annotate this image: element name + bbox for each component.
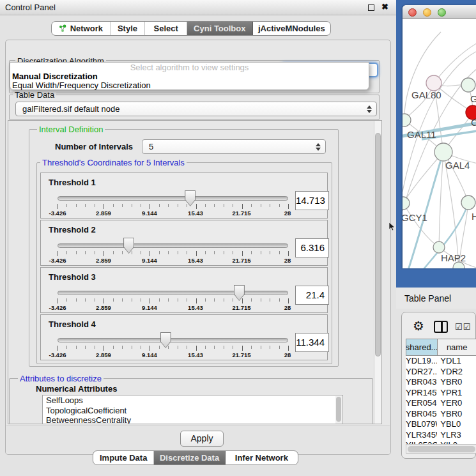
node-gal80[interactable] bbox=[426, 75, 441, 91]
threshold-1-value-field[interactable]: 14.713 bbox=[295, 191, 329, 210]
tab-select[interactable]: Select bbox=[145, 22, 187, 35]
close-traffic-light-icon[interactable] bbox=[408, 8, 417, 17]
numerical-attributes-label: Numerical Attributes bbox=[36, 384, 117, 394]
threshold-1-slider-track[interactable] bbox=[58, 196, 288, 201]
list-item[interactable]: BetweennessCentrality bbox=[43, 415, 342, 424]
node-partial-g[interactable] bbox=[461, 78, 475, 92]
threshold-2-slider-track[interactable] bbox=[58, 243, 288, 248]
table-row[interactable]: YER054CYER0 bbox=[406, 398, 476, 409]
threshold-4-panel: Threshold 4 -3.426 2.859 9.144 15.43 21.… bbox=[40, 314, 328, 360]
table-row[interactable]: YLR345WYLR3 bbox=[406, 430, 476, 441]
list-item[interactable]: TopologicalCoefficient bbox=[43, 406, 342, 416]
gear-icon[interactable]: ⚙ bbox=[413, 319, 424, 332]
algorithm-prompt-option[interactable]: Select algorithm to view settings bbox=[10, 63, 369, 72]
node-label-gal4: GAL4 bbox=[445, 160, 470, 171]
tab-impute-data[interactable]: Impute Data bbox=[93, 451, 154, 464]
node-label-gal11: GAL11 bbox=[407, 129, 436, 140]
tab-network-label: Network bbox=[70, 24, 103, 33]
node-table: shared... name YDL19...YDL1 YDR27...YDR2… bbox=[406, 339, 476, 448]
float-window-icon[interactable] bbox=[368, 4, 374, 11]
list-scrollbar[interactable] bbox=[335, 396, 342, 424]
top-tab-bar: Network Style Select Cyni Toolbox jActiv… bbox=[51, 21, 331, 36]
close-icon[interactable]: ✖ bbox=[381, 2, 388, 12]
network-icon bbox=[59, 24, 67, 33]
threshold-4-value-field[interactable]: 11.344 bbox=[295, 333, 329, 352]
network-canvas[interactable]: GAL80 G C GAL11 GAL4 GCY1 H HAP2 bbox=[403, 19, 476, 268]
tab-cyni-toolbox[interactable]: Cyni Toolbox bbox=[187, 22, 253, 35]
apply-row: Apply bbox=[6, 426, 390, 454]
table-row[interactable]: YBR043CYBR0 bbox=[406, 377, 476, 388]
network-window-titlebar bbox=[403, 5, 476, 19]
table-panel-window: ⚙ ☑☑ shared... name YDL19...YDL1 YDR27..… bbox=[401, 312, 476, 459]
interval-definition-group-title: Interval Definition bbox=[37, 125, 105, 134]
table-row[interactable]: YBR045CYBR0 bbox=[406, 409, 476, 420]
table-panel-title: Table Panel bbox=[404, 293, 451, 303]
node-label-gal80: GAL80 bbox=[411, 89, 441, 100]
table-data-selected: galFiltered.sif default node bbox=[22, 104, 119, 114]
node-label-gcy1: GCY1 bbox=[403, 212, 427, 223]
zoom-traffic-light-icon[interactable] bbox=[438, 8, 446, 17]
node-label-hap2: HAP2 bbox=[441, 252, 466, 263]
node-hap2[interactable] bbox=[433, 242, 445, 253]
tab-network[interactable]: Network bbox=[52, 22, 111, 35]
column-header-shared[interactable]: shared... bbox=[406, 339, 438, 356]
tab-jactivemnodules[interactable]: jActiveMNodules bbox=[253, 22, 330, 35]
node-gal4[interactable] bbox=[434, 143, 452, 161]
table-header-row: shared... name bbox=[406, 339, 476, 356]
node-label-partial-g: G bbox=[470, 93, 476, 104]
network-view-window: GAL80 G C GAL11 GAL4 GCY1 H HAP2 bbox=[403, 5, 476, 268]
node-label-partial-h: H bbox=[472, 211, 476, 222]
table-data-group-title: Table Data bbox=[13, 90, 56, 100]
table-row[interactable]: YDL19...YDL1 bbox=[406, 356, 476, 367]
vertical-scrollbar-thumb[interactable] bbox=[375, 133, 381, 357]
table-panel-titlebar: Table Panel bbox=[396, 288, 476, 309]
apply-button[interactable]: Apply bbox=[180, 431, 224, 447]
threshold-3-slider-track[interactable] bbox=[58, 291, 288, 295]
combo-arrows-icon bbox=[316, 143, 321, 151]
table-row[interactable]: YPR145WYPR1 bbox=[406, 388, 476, 399]
screen: Control Panel ✖ Network Style bbox=[0, 0, 476, 476]
table-data-combobox[interactable]: galFiltered.sif default node bbox=[15, 102, 377, 116]
threshold-3-value-field[interactable]: 21.4 bbox=[295, 286, 329, 305]
node-gcy1[interactable] bbox=[403, 197, 410, 210]
table-row[interactable]: YBL079WYBL0 bbox=[406, 419, 476, 430]
number-of-intervals-value: 5 bbox=[149, 142, 153, 151]
tab-infer-network[interactable]: Infer Network bbox=[226, 451, 298, 464]
algorithm-dropdown-popup: Select algorithm to view settings Manual… bbox=[10, 62, 369, 90]
tab-style[interactable]: Style bbox=[111, 22, 146, 35]
threshold-4-slider-track[interactable] bbox=[58, 338, 288, 342]
attributes-group-title: Attributes to discretize bbox=[18, 374, 104, 383]
number-of-intervals-label: Number of Intervals bbox=[55, 142, 133, 151]
control-panel: Control Panel ✖ Network Style bbox=[0, 0, 396, 476]
threshold-1-panel: Threshold 1 -3.426 2.859 9.144 15.43 21.… bbox=[40, 173, 328, 219]
list-item[interactable]: SelfLoops bbox=[43, 395, 342, 406]
tab-discretize-data[interactable]: Discretize Data bbox=[154, 451, 225, 464]
table-row[interactable]: YDR27...YDR2 bbox=[406, 367, 476, 378]
column-selector-icon[interactable] bbox=[434, 321, 448, 333]
thresholds-group-title: Threshold's Coordinates for 5 Intervals bbox=[40, 158, 187, 167]
node-partial-h[interactable] bbox=[461, 196, 475, 210]
minimize-traffic-light-icon[interactable] bbox=[423, 8, 431, 17]
bottom-tab-bar: Impute Data Discretize Data Infer Networ… bbox=[93, 450, 298, 465]
checkboxes-icon[interactable]: ☑☑ bbox=[455, 322, 471, 332]
control-panel-titlebar: Control Panel ✖ bbox=[0, 0, 396, 15]
algorithm-option-equal-width[interactable]: Equal Width/Frequency Discretization bbox=[10, 81, 369, 90]
column-header-name[interactable]: name bbox=[438, 339, 476, 356]
numerical-attributes-list: SelfLoops TopologicalCoefficient Between… bbox=[42, 395, 343, 424]
algorithm-option-manual[interactable]: Manual Discretization bbox=[10, 72, 369, 81]
horizontal-scrollbar[interactable] bbox=[406, 444, 476, 454]
number-of-intervals-combobox[interactable]: 5 bbox=[142, 139, 326, 154]
threshold-2-panel: Threshold 2 -3.426 2.859 9.144 15.43 21.… bbox=[40, 220, 328, 266]
control-panel-title: Control Panel bbox=[5, 3, 56, 12]
combo-arrows-icon bbox=[367, 105, 372, 113]
node-label-partial-c: C bbox=[471, 117, 476, 128]
mouse-cursor bbox=[389, 222, 395, 231]
threshold-3-panel: Threshold 3 -3.426 2.859 9.144 15.43 21.… bbox=[40, 267, 328, 313]
threshold-2-value-field[interactable]: 6.316 bbox=[295, 238, 329, 257]
